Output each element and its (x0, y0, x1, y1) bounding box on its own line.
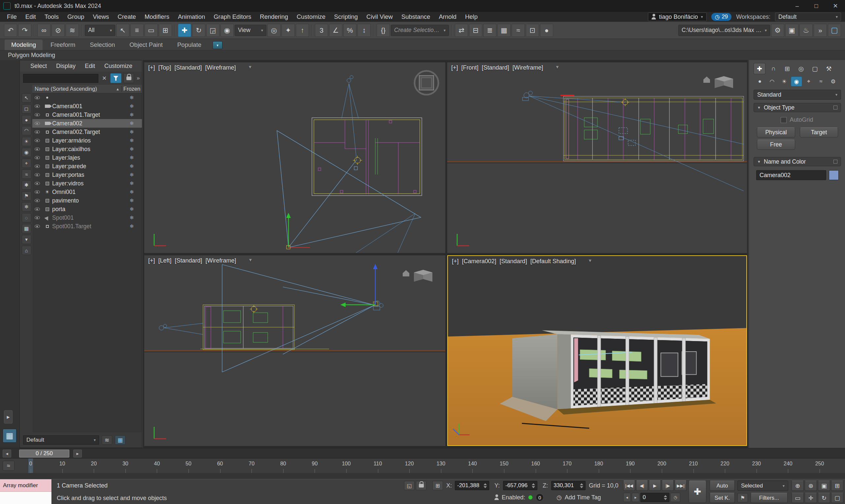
menu-arnold[interactable]: Arnold (434, 13, 460, 21)
key-filters-icon[interactable]: ⚑ (737, 493, 748, 502)
visibility-eye-icon[interactable] (32, 165, 42, 168)
viewport-style-menu[interactable]: [Standard] (175, 257, 203, 264)
ribbon-config-icon[interactable]: ▾ (213, 41, 223, 49)
toggle-scene-explorer-icon[interactable]: ≣ (483, 24, 496, 37)
menu-customize[interactable]: Customize (293, 13, 330, 21)
scene-row-camera001[interactable]: Camera001❄ (32, 102, 142, 110)
ribbon-panel-strip[interactable]: Polygon Modeling (0, 50, 845, 60)
spacewarps-category-icon[interactable]: ≈ (815, 76, 827, 86)
menu-rendering[interactable]: Rendering (256, 13, 292, 21)
ribbon-tab-object-paint[interactable]: Object Paint (123, 40, 169, 50)
time-slider[interactable]: ◂ 0 / 250 ▸ (0, 448, 845, 458)
visibility-eye-icon[interactable] (32, 105, 42, 108)
create-tab-icon[interactable]: ✚ (754, 63, 765, 74)
rendered-frame-window-icon[interactable]: ▣ (785, 24, 798, 37)
explorer-menu-display[interactable]: Display (52, 62, 80, 70)
display-bones-icon[interactable]: ⚑ (22, 191, 31, 200)
previous-frame-icon[interactable]: ◀| (636, 480, 648, 491)
scene-row-layer-vidros[interactable]: Layer:vidros❄ (32, 179, 142, 188)
motion-tab-icon[interactable]: ◎ (795, 63, 807, 74)
viewport-style-menu[interactable]: [Standard] (175, 64, 202, 71)
previous-key-icon[interactable]: ◂ (623, 493, 631, 502)
frozen-snowflake-icon[interactable]: ❄ (122, 223, 142, 229)
menu-graph-editors[interactable]: Graph Editors (209, 13, 256, 21)
display-combinations-icon[interactable]: ▾ (22, 235, 31, 244)
scene-row-spot001[interactable]: Spot001❄ (32, 213, 142, 222)
menu-tools[interactable]: Tools (40, 13, 63, 21)
ribbon-tab-populate[interactable]: Populate (171, 40, 208, 50)
lock-cell-editing-icon[interactable] (123, 73, 134, 83)
scene-row-layer-caixilhos[interactable]: Layer:caixilhos❄ (32, 145, 142, 154)
display-tab-icon[interactable]: ▢ (809, 63, 821, 74)
visibility-eye-icon[interactable] (32, 122, 42, 125)
helpers-category-icon[interactable]: ⌖ (803, 76, 814, 86)
key-filters-button[interactable]: Filters... (751, 493, 788, 503)
viewport-menu-arrow-icon[interactable]: ▼ (248, 64, 252, 71)
viewport-pov-menu[interactable]: [Front] (461, 64, 479, 71)
user-account-button[interactable]: tiago Bonifácio ▾ (648, 13, 706, 21)
spinner-snap-icon[interactable]: ↕ (357, 24, 371, 37)
visibility-eye-icon[interactable] (32, 130, 42, 133)
spinner[interactable] (664, 495, 667, 500)
time-slider-prev-icon[interactable]: ◂ (3, 450, 11, 457)
visibility-eye-icon[interactable] (32, 173, 42, 177)
viewport-camera002-active[interactable]: [+] [Camera002] [Standard] [Default Shad… (447, 255, 747, 446)
frozen-snowflake-icon[interactable]: ❄ (122, 189, 142, 195)
frozen-snowflake-icon[interactable]: ❄ (122, 215, 142, 221)
select-by-name-icon[interactable]: ≡ (130, 24, 144, 37)
scene-row-spot001-target[interactable]: Spot001.Target❄ (32, 222, 142, 231)
scene-row-layer-portas[interactable]: Layer:portas❄ (32, 170, 142, 179)
lights-category-icon[interactable]: ☀ (779, 76, 790, 86)
named-selection-set-dropdown[interactable]: Create Selection Set▾ (391, 25, 449, 36)
display-cameras-icon[interactable]: ◉ (22, 148, 31, 157)
menu-file[interactable]: File (3, 13, 21, 21)
transform-type-in-icon[interactable]: ⊞ (433, 481, 443, 490)
viewport-general-menu[interactable]: [+] (451, 64, 458, 71)
track-bar[interactable]: ≈ 01020304050607080901001101201301401501… (0, 458, 845, 479)
polygon-modeling-panel-label[interactable]: Polygon Modeling (8, 52, 55, 59)
close-button[interactable]: ✕ (826, 0, 845, 12)
viewport-menu-arrow-icon[interactable]: ▼ (248, 257, 253, 264)
display-helpers-icon[interactable]: ⌖ (22, 159, 31, 168)
viewport-style-menu[interactable]: [Standard] (500, 258, 527, 265)
display-materials-icon[interactable]: ▦ (22, 224, 31, 233)
enabled-green-dot[interactable] (528, 495, 533, 500)
macro-recorder-line[interactable]: Array modifier (0, 479, 52, 492)
next-key-icon[interactable]: ▸ (632, 493, 639, 502)
toggle-ribbon-icon[interactable]: ▦ (497, 24, 511, 37)
zoom-all-icon[interactable]: ⊛ (805, 481, 817, 491)
select-and-manipulate-icon[interactable]: ✦ (282, 24, 295, 37)
enabled-count-badge[interactable]: 0 (536, 493, 544, 501)
zoom-icon[interactable]: ⊕ (792, 481, 804, 491)
new-explorer-icon[interactable]: ⌂ (22, 246, 31, 255)
shapes-category-icon[interactable]: ◠ (767, 76, 778, 86)
select-object-icon[interactable]: ↖ (116, 24, 129, 37)
timeline-ruler[interactable]: 0102030405060708090100110120130140150160… (0, 458, 845, 473)
object-type-rollout[interactable]: ▼ Object Type (754, 103, 841, 112)
scene-row-layer-parede[interactable]: Layer:parede❄ (32, 162, 142, 170)
target-camera-button[interactable]: Target (800, 127, 838, 138)
name-column-header[interactable]: Name (Sorted Ascending) (32, 86, 116, 92)
display-all-icon[interactable]: ◻ (22, 104, 31, 113)
utilities-tab-icon[interactable]: ⚒ (823, 63, 835, 74)
object-name-field[interactable]: Camera002 (756, 170, 826, 180)
zoom-extents-icon[interactable]: ▣ (818, 481, 830, 491)
use-pivot-point-center-icon[interactable]: ◎ (267, 24, 281, 37)
select-and-place-icon[interactable]: ◉ (221, 24, 234, 37)
spinner[interactable] (580, 483, 583, 488)
minimize-button[interactable]: – (788, 0, 807, 12)
angle-snap-icon[interactable]: ∠ (329, 24, 342, 37)
display-hidden-icon[interactable]: ◌ (22, 213, 31, 222)
menu-animation[interactable]: Animation (174, 13, 209, 21)
listener-line[interactable] (0, 492, 52, 504)
visibility-eye-icon[interactable] (32, 113, 42, 116)
zoom-extents-all-icon[interactable]: ⊞ (831, 481, 843, 491)
align-icon[interactable]: ⊟ (469, 24, 482, 37)
auto-key-button[interactable]: Auto (710, 481, 735, 491)
maximize-button[interactable]: □ (807, 0, 826, 12)
frozen-snowflake-icon[interactable]: ❄ (122, 112, 142, 118)
viewport-top[interactable]: [+] [Top] [Standard] [Wireframe] ▼ (144, 62, 445, 253)
toolbar-overflow-icon[interactable]: » (814, 24, 827, 37)
frozen-snowflake-icon[interactable]: ❄ (122, 172, 142, 178)
render-preview-icon[interactable]: ▢ (828, 24, 841, 37)
